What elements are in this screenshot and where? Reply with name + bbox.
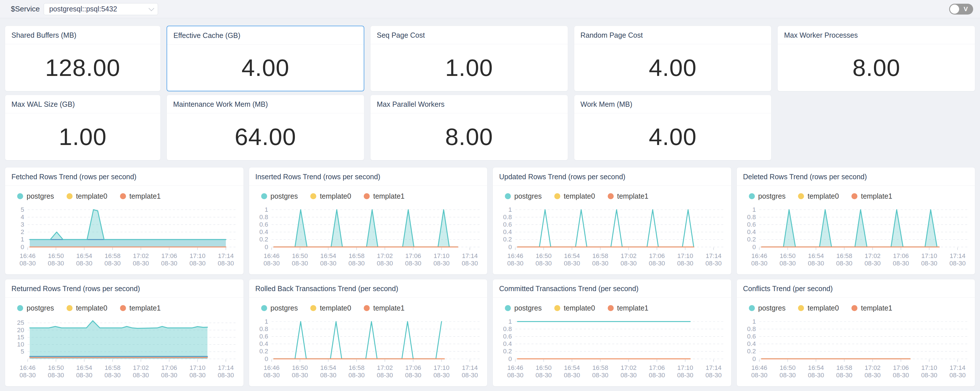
svg-text:17:10: 17:10 bbox=[921, 252, 937, 260]
svg-text:17:14: 17:14 bbox=[218, 364, 234, 371]
stat-value: 4.00 bbox=[649, 54, 697, 82]
toggle-knob-icon bbox=[950, 5, 959, 14]
svg-text:0.4: 0.4 bbox=[503, 228, 512, 236]
chart-title: Deleted Rows Trend (rows per second) bbox=[737, 168, 975, 186]
legend-dot-icon bbox=[608, 305, 614, 311]
svg-text:3: 3 bbox=[21, 221, 24, 228]
legend-dot-icon bbox=[798, 193, 804, 199]
svg-text:08-30: 08-30 bbox=[649, 372, 665, 379]
svg-text:08-30: 08-30 bbox=[320, 260, 336, 267]
legend-item-postgres[interactable]: postgres bbox=[749, 304, 786, 312]
svg-text:08-30: 08-30 bbox=[836, 372, 852, 379]
svg-text:17:06: 17:06 bbox=[649, 252, 665, 260]
svg-text:08-30: 08-30 bbox=[780, 260, 796, 267]
stat-card-title: Shared Buffers (MB) bbox=[5, 26, 160, 44]
legend-item-template1[interactable]: template1 bbox=[120, 192, 161, 200]
stat-card-work-mem[interactable]: Work Mem (MB) 4.00 bbox=[574, 95, 772, 160]
svg-text:08-30: 08-30 bbox=[19, 372, 36, 379]
svg-text:2: 2 bbox=[21, 228, 24, 236]
svg-text:16:54: 16:54 bbox=[76, 252, 92, 260]
legend-item-template1[interactable]: template1 bbox=[120, 304, 161, 312]
chart-plot: 51015202516:4608-3016:5008-3016:5408-301… bbox=[5, 313, 243, 386]
svg-text:08-30: 08-30 bbox=[507, 372, 523, 379]
legend-item-template1[interactable]: template1 bbox=[851, 192, 892, 200]
svg-text:16:58: 16:58 bbox=[592, 364, 608, 371]
svg-text:17:06: 17:06 bbox=[405, 252, 421, 260]
svg-text:16:58: 16:58 bbox=[592, 252, 608, 260]
legend-item-template0[interactable]: template0 bbox=[798, 304, 839, 312]
legend-item-template0[interactable]: template0 bbox=[67, 192, 107, 200]
legend-item-template0[interactable]: template0 bbox=[554, 192, 595, 200]
service-variable-label: $Service bbox=[11, 5, 40, 13]
stat-value: 8.00 bbox=[852, 54, 900, 82]
legend-item-postgres[interactable]: postgres bbox=[17, 304, 54, 312]
chart-legend: postgrestemplate0template1 bbox=[261, 192, 487, 200]
svg-text:08-30: 08-30 bbox=[620, 372, 637, 379]
stat-card-max-worker-processes[interactable]: Max Worker Processes 8.00 bbox=[778, 26, 975, 91]
svg-text:08-30: 08-30 bbox=[864, 372, 881, 379]
stat-card-seq-page-cost[interactable]: Seq Page Cost 1.00 bbox=[370, 26, 568, 91]
svg-text:08-30: 08-30 bbox=[808, 260, 824, 267]
legend-dot-icon bbox=[798, 305, 804, 311]
legend-dot-icon bbox=[364, 193, 370, 199]
svg-text:17:10: 17:10 bbox=[433, 252, 449, 260]
svg-text:08-30: 08-30 bbox=[564, 260, 580, 267]
svg-text:0.8: 0.8 bbox=[747, 325, 756, 332]
stat-card-maintenance-work-mem[interactable]: Maintenance Work Mem (MB) 64.00 bbox=[167, 95, 364, 160]
legend-item-postgres[interactable]: postgres bbox=[749, 192, 786, 200]
svg-text:08-30: 08-30 bbox=[677, 372, 694, 379]
svg-text:0.2: 0.2 bbox=[747, 236, 756, 243]
chart-card-updated-rows: Updated Rows Trend (rows per second) pos… bbox=[493, 167, 732, 275]
legend-item-template1[interactable]: template1 bbox=[851, 304, 892, 312]
legend-label: template1 bbox=[861, 304, 892, 312]
legend-item-template0[interactable]: template0 bbox=[67, 304, 107, 312]
legend-item-postgres[interactable]: postgres bbox=[17, 192, 54, 200]
svg-text:0.6: 0.6 bbox=[259, 333, 268, 340]
legend-dot-icon bbox=[608, 193, 614, 199]
legend-label: template0 bbox=[807, 192, 839, 200]
legend-item-template0[interactable]: template0 bbox=[310, 304, 351, 312]
svg-text:0: 0 bbox=[752, 355, 756, 363]
stat-card-effective-cache[interactable]: Effective Cache (GB) 4.00 bbox=[167, 26, 364, 91]
svg-text:17:10: 17:10 bbox=[678, 364, 694, 371]
svg-text:1: 1 bbox=[264, 318, 268, 325]
service-select[interactable]: postgresql::psql:5432 bbox=[44, 3, 158, 15]
svg-text:0: 0 bbox=[21, 244, 24, 250]
chart-plot: 00.20.40.60.8116:4608-3016:5008-3016:540… bbox=[737, 313, 975, 386]
legend-item-template0[interactable]: template0 bbox=[798, 192, 839, 200]
stat-card-max-parallel-workers[interactable]: Max Parallel Workers 8.00 bbox=[370, 95, 568, 160]
legend-label: template1 bbox=[373, 304, 404, 312]
legend-item-postgres[interactable]: postgres bbox=[261, 192, 298, 200]
svg-text:08-30: 08-30 bbox=[218, 260, 234, 267]
chart-title: Rolled Back Transactions Trend (per seco… bbox=[249, 279, 487, 298]
svg-text:08-30: 08-30 bbox=[535, 260, 552, 267]
stat-card-shared-buffers[interactable]: Shared Buffers (MB) 128.00 bbox=[5, 26, 161, 91]
legend-item-postgres[interactable]: postgres bbox=[505, 192, 542, 200]
stat-card-title: Random Page Cost bbox=[574, 26, 772, 44]
legend-item-template1[interactable]: template1 bbox=[364, 192, 404, 200]
stat-card-max-wal-size[interactable]: Max WAL Size (GB) 1.00 bbox=[5, 95, 161, 160]
svg-text:08-30: 08-30 bbox=[649, 260, 665, 267]
legend-item-template0[interactable]: template0 bbox=[554, 304, 595, 312]
legend-item-template1[interactable]: template1 bbox=[364, 304, 404, 312]
svg-text:0: 0 bbox=[264, 244, 268, 250]
svg-text:17:06: 17:06 bbox=[893, 364, 909, 371]
legend-item-template1[interactable]: template1 bbox=[608, 192, 649, 200]
legend-label: postgres bbox=[27, 192, 54, 200]
svg-text:08-30: 08-30 bbox=[348, 260, 364, 267]
legend-item-postgres[interactable]: postgres bbox=[261, 304, 298, 312]
svg-text:08-30: 08-30 bbox=[620, 260, 637, 267]
svg-text:5: 5 bbox=[21, 206, 24, 213]
svg-text:16:46: 16:46 bbox=[20, 364, 36, 371]
svg-text:08-30: 08-30 bbox=[751, 260, 767, 267]
legend-dot-icon bbox=[67, 305, 73, 311]
legend-item-template1[interactable]: template1 bbox=[608, 304, 649, 312]
svg-text:08-30: 08-30 bbox=[892, 372, 909, 379]
view-toggle[interactable]: V bbox=[949, 4, 973, 14]
legend-item-postgres[interactable]: postgres bbox=[505, 304, 542, 312]
svg-text:16:54: 16:54 bbox=[320, 252, 336, 260]
stat-card-random-page-cost[interactable]: Random Page Cost 4.00 bbox=[574, 26, 772, 91]
legend-item-template0[interactable]: template0 bbox=[310, 192, 351, 200]
stat-card-title: Max WAL Size (GB) bbox=[5, 95, 160, 113]
svg-text:08-30: 08-30 bbox=[864, 260, 881, 267]
